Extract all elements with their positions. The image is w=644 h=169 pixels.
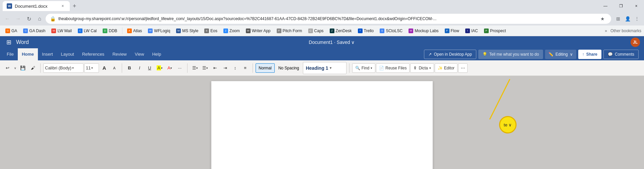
bookmark-item-iac[interactable]: I IAC — [463, 27, 481, 35]
format-painter-button[interactable]: 🖌 — [28, 63, 38, 73]
reuse-files-button[interactable]: 📄 Reuse Files — [376, 63, 410, 73]
alignment-button[interactable]: ≡ — [240, 63, 250, 73]
find-button[interactable]: 🔍 Find ▾ — [352, 63, 375, 73]
minimize-button[interactable]: — — [598, 1, 613, 11]
line-spacing-button[interactable]: ↕ — [230, 63, 240, 73]
font-name-chevron-icon: ▾ — [72, 66, 74, 70]
save-button[interactable]: 💾 — [18, 63, 28, 73]
word-waffle-button[interactable]: ⊞ — [4, 38, 13, 47]
bookmark-favicon-zoom: Z — [223, 29, 228, 33]
bookmark-label-mockup-labs: Mockup Labs — [415, 29, 438, 33]
font-size-dropdown[interactable]: 11 ▾ — [84, 63, 99, 73]
bookmark-item-zoom[interactable]: Z Zoom — [221, 27, 243, 35]
bookmarks-overflow-button[interactable]: » — [602, 29, 610, 33]
bookmark-star-icon[interactable]: ★ — [598, 14, 607, 23]
user-avatar[interactable]: JL — [631, 38, 640, 47]
bookmark-label-caps: Caps — [314, 29, 324, 33]
extensions-button[interactable]: ⊞ — [614, 14, 623, 23]
bookmark-item-ddb[interactable]: D DDB — [100, 27, 120, 35]
tab-close-button[interactable]: × — [60, 3, 66, 9]
profile-button[interactable]: 👤 — [623, 14, 632, 23]
numbering-button[interactable]: ☰ ▾ — [200, 63, 210, 73]
other-bookmarks-button[interactable]: Other bookmarks — [610, 29, 641, 33]
numbering-chevron-icon: ▾ — [206, 66, 208, 70]
home-button[interactable]: ⌂ — [35, 14, 44, 23]
grow-font-button[interactable]: A — [100, 63, 109, 73]
bookmark-item-caps[interactable]: C Caps — [306, 27, 326, 35]
bullets-button[interactable]: ☰ ▾ — [190, 63, 200, 73]
highlight-dropdown-button[interactable]: A ▾ — [155, 63, 164, 73]
dictate-label: Dicta — [419, 66, 428, 70]
tab-file[interactable]: File — [3, 48, 18, 60]
bookmark-favicon-writer-app: W — [246, 29, 251, 33]
refresh-button[interactable]: ↻ — [24, 14, 34, 23]
bookmark-favicon-lw-mail: M — [51, 29, 56, 33]
undo-redo-group: ↩ ∨ 💾 🖌 — [3, 63, 38, 73]
bookmark-item-sctolsc[interactable]: S SCtoLSC — [377, 27, 405, 35]
editing-button[interactable]: ✏️ Editing ∨ — [545, 50, 576, 59]
tell-me-box[interactable]: 💡 Tell me what you want to do — [478, 50, 543, 59]
heading1-dropdown[interactable]: Heading 1 ▾ — [303, 62, 346, 74]
forward-button[interactable]: → — [13, 14, 23, 23]
undo-dropdown-button[interactable]: ∨ — [13, 63, 17, 73]
bookmark-item-prospect[interactable]: P Prospect — [481, 27, 508, 35]
search-icon: 🔍 — [355, 66, 360, 70]
bookmark-item-atlas[interactable]: A Atlas — [124, 27, 145, 35]
bookmark-item-flow[interactable]: F Flow — [442, 27, 462, 35]
comments-button[interactable]: 💬 Comments — [603, 50, 639, 59]
back-button[interactable]: ← — [3, 14, 12, 23]
bookmark-label-zendesk: ZenDesk — [336, 29, 352, 33]
bookmark-item-lw-cal[interactable]: C LW Cal — [75, 27, 99, 35]
bookmark-item-pitch-form[interactable]: P Pitch Form — [274, 27, 305, 35]
bookmark-item-wflogiq[interactable]: W WFLogiq — [145, 27, 173, 35]
indent-increase-button[interactable]: ⇥ — [220, 63, 230, 73]
active-tab[interactable]: W Document1.docx × — [3, 1, 70, 11]
tab-view[interactable]: View — [131, 48, 148, 60]
document-page[interactable] — [211, 81, 433, 169]
bookmark-item-mockup-labs[interactable]: M Mockup Labs — [406, 27, 441, 35]
editor-button[interactable]: ✨ Editor — [435, 63, 458, 73]
address-bar[interactable]: 🔒 theaboutgroup-my.sharepoint.com/:w:/r/… — [46, 14, 611, 24]
tab-insert[interactable]: Insert — [38, 48, 57, 60]
bookmark-item-ms-style[interactable]: M MS Style — [173, 27, 201, 35]
new-tab-button[interactable]: + — [70, 1, 79, 11]
bookmark-item-trello[interactable]: T Trello — [355, 27, 377, 35]
tab-help[interactable]: Help — [148, 48, 165, 60]
bookmark-favicon-pitch-form: P — [277, 29, 281, 33]
undo-button[interactable]: ↩ — [3, 63, 12, 73]
underline-button[interactable]: U — [145, 63, 154, 73]
tab-layout[interactable]: Layout — [57, 48, 78, 60]
close-button[interactable]: × — [629, 1, 644, 11]
bookmark-item-ga-dash[interactable]: G GA Dash — [20, 27, 48, 35]
bullets-chevron-icon: ▾ — [196, 66, 198, 70]
bookmark-item-eos[interactable]: E Eos — [202, 27, 220, 35]
bookmark-item-zendesk[interactable]: Z ZenDesk — [327, 27, 355, 35]
bold-button[interactable]: B — [125, 63, 134, 73]
shrink-font-button[interactable]: A — [110, 63, 119, 73]
more-format-button[interactable]: ··· — [175, 63, 184, 73]
bookmark-item-ga[interactable]: G GA — [3, 27, 20, 35]
maximize-button[interactable]: ❐ — [613, 1, 629, 11]
share-button[interactable]: ↑ Share — [578, 50, 601, 59]
bookmark-item-writer-app[interactable]: W Writer App — [243, 27, 273, 35]
open-desktop-button[interactable]: ↗ Open in Desktop App — [424, 50, 476, 59]
document-area: te ∨ — [0, 76, 644, 169]
list-group: ☰ ▾ ☰ ▾ ⇤ ⇥ ↕ ≡ — [190, 63, 250, 73]
italic-button[interactable]: I — [135, 63, 144, 73]
style-no-spacing[interactable]: No Spacing — [275, 63, 302, 73]
word-doc-title: Document1 · Saved ∨ — [309, 40, 355, 45]
highlight-label: A — [157, 65, 161, 70]
bookmark-item-lw-mail[interactable]: M LW Mail — [49, 27, 74, 35]
tab-review[interactable]: Review — [108, 48, 131, 60]
indent-decrease-button[interactable]: ⇤ — [210, 63, 220, 73]
font-color-dropdown-button[interactable]: A ▾ — [165, 63, 174, 73]
bookmarks-separator — [122, 27, 122, 34]
tab-references[interactable]: References — [78, 48, 108, 60]
font-name-dropdown[interactable]: Calibri (Body) ▾ — [43, 63, 84, 73]
more-options-button[interactable]: ··· — [458, 63, 468, 73]
bookmark-label-eos: Eos — [210, 29, 217, 33]
browser-menu-button[interactable]: ⋮ — [633, 14, 641, 23]
dictate-button[interactable]: 🎙 Dicta ▾ — [410, 63, 434, 73]
tab-home[interactable]: Home — [18, 48, 38, 60]
style-normal[interactable]: Normal — [256, 63, 275, 73]
